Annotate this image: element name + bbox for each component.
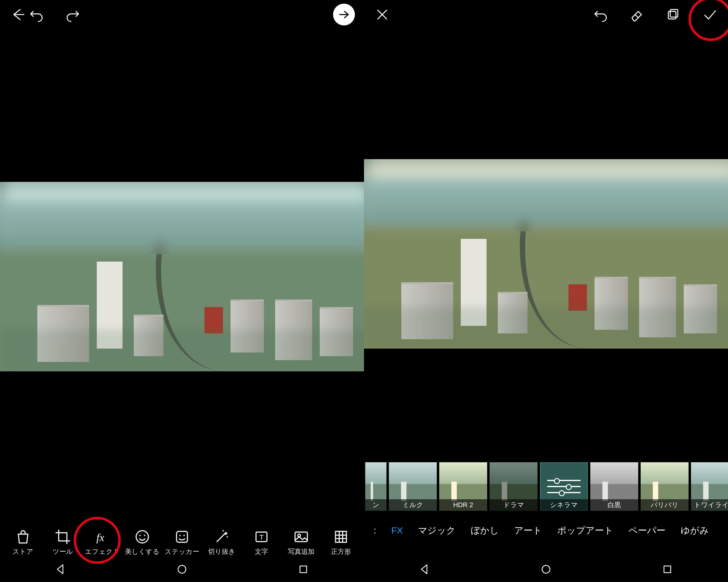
filter-name: HDR 2 [439,499,487,511]
close-button[interactable] [373,5,391,24]
undo-button[interactable] [27,5,46,24]
filter-thumb-bw[interactable]: 白黒 [590,462,638,511]
filter-name: パリパリ [641,499,688,511]
svg-rect-11 [295,532,308,542]
nav-home-button[interactable] [175,562,189,577]
add-photo-icon [293,528,310,545]
proceed-button[interactable] [333,4,355,25]
svg-rect-19 [664,566,671,573]
nav-back-icon [54,563,67,576]
nav-back-icon [418,563,431,576]
svg-point-1 [136,531,149,543]
top-toolbar-left [0,0,364,29]
category-tab-magic[interactable]: マジック [418,524,456,537]
nav-home-icon [175,563,189,576]
bottom-toolbar: ストア ツール fx エフェクト 美しくする ステッカー 切り抜き T 文字 写… [0,528,364,556]
svg-point-3 [144,535,146,536]
svg-point-6 [183,535,185,536]
filter-name: ミルク [389,499,437,511]
tool-label: 文字 [255,547,268,556]
fx-icon: fx [94,528,111,545]
category-tab-partial[interactable]: : [367,525,376,536]
filter-thumb-drama[interactable]: ドラマ [490,462,538,511]
svg-rect-15 [300,566,307,573]
filter-thumb-milk[interactable]: ミルク [389,462,437,511]
svg-point-7 [227,536,228,538]
proceed-arrow-icon [338,8,350,21]
tool-tool[interactable]: ツール [43,528,82,556]
nav-recent-icon [297,563,310,576]
tool-label: 美しくする [125,547,160,556]
tool-effect[interactable]: fx エフェクト [83,528,122,556]
tool-store[interactable]: ストア [4,528,43,556]
tool-text[interactable]: T 文字 [242,528,281,556]
android-navbar [364,556,728,582]
svg-point-8 [222,530,224,532]
face-icon [134,528,151,545]
filter-name: シネラマ [540,499,588,511]
back-button[interactable] [9,5,27,24]
tool-addphoto[interactable]: 写真追加 [282,528,321,556]
tool-label: 切り抜き [208,547,235,556]
filter-thumbnail-row[interactable]: ン ミルク HDR 2 ドラマ シネラマ 白黒 パリパリ トワイライト [364,462,728,514]
tool-label: 正方形 [331,547,351,556]
sticker-icon [174,528,190,545]
eraser-icon [629,7,645,22]
editor-effect-screen: ン ミルク HDR 2 ドラマ シネラマ 白黒 パリパリ トワイライト [364,0,728,582]
tool-sticker[interactable]: ステッカー [163,528,201,556]
tool-label: ステッカー [165,547,199,556]
tool-cutout[interactable]: 切り抜き [202,528,241,556]
layers-icon [666,7,681,22]
nav-back-button[interactable] [417,562,432,577]
filter-name: ドラマ [490,499,538,511]
category-tab-fx[interactable]: FX [391,525,403,536]
svg-point-2 [139,535,141,536]
nav-recent-button[interactable] [296,562,311,577]
filter-thumb-prev[interactable]: ン [365,462,386,511]
eraser-button[interactable] [628,5,646,24]
filter-thumb-cinerama[interactable]: シネラマ [540,462,588,511]
editor-main-screen: ストア ツール fx エフェクト 美しくする ステッカー 切り抜き T 文字 写… [0,0,364,582]
nav-recent-icon [661,563,674,576]
shopping-bag-icon [15,528,31,545]
magic-wand-icon [213,528,230,545]
filter-thumb-crisp[interactable]: パリパリ [641,462,688,511]
apply-button[interactable] [701,5,719,24]
filter-thumb-hdr2[interactable]: HDR 2 [439,462,487,511]
nav-back-button[interactable] [53,562,68,577]
svg-point-5 [179,535,181,536]
back-arrow-icon [10,7,26,22]
svg-point-14 [178,565,186,573]
close-icon [374,7,390,22]
category-tab-distort[interactable]: ゆがみ [681,524,709,537]
svg-rect-13 [336,531,346,542]
text-icon: T [253,528,270,545]
filter-thumb-twilight[interactable]: トワイライト [691,462,728,511]
image-preview[interactable] [0,182,371,371]
category-tab-paper[interactable]: ペーパー [628,524,666,537]
category-tab-popart[interactable]: ポップアート [557,524,613,537]
tool-label: ストア [12,547,33,556]
tool-beauty[interactable]: 美しくする [123,528,162,556]
category-tab-art[interactable]: アート [514,524,542,537]
category-tab-blur[interactable]: ぼかし [471,524,499,537]
image-preview[interactable] [364,159,728,349]
svg-rect-4 [177,531,187,542]
crop-icon [54,528,71,545]
layers-button[interactable] [664,5,682,24]
redo-icon [65,7,80,22]
nav-home-button[interactable] [539,562,553,577]
svg-point-18 [542,565,550,573]
nav-recent-button[interactable] [660,562,675,577]
tool-label: 写真追加 [288,547,315,556]
tool-square[interactable]: 正方形 [321,528,360,556]
filter-name: 白黒 [590,499,638,511]
redo-button[interactable] [64,5,82,24]
svg-text:fx: fx [97,531,104,544]
effect-category-tabs: : FX マジック ぼかし アート ポップアート ペーパー ゆがみ [364,517,728,544]
tool-label: エフェクト [85,547,120,556]
filter-name: ン [365,499,386,511]
square-grid-icon [333,528,349,545]
undo-button[interactable] [592,5,610,24]
undo-icon [29,7,44,22]
